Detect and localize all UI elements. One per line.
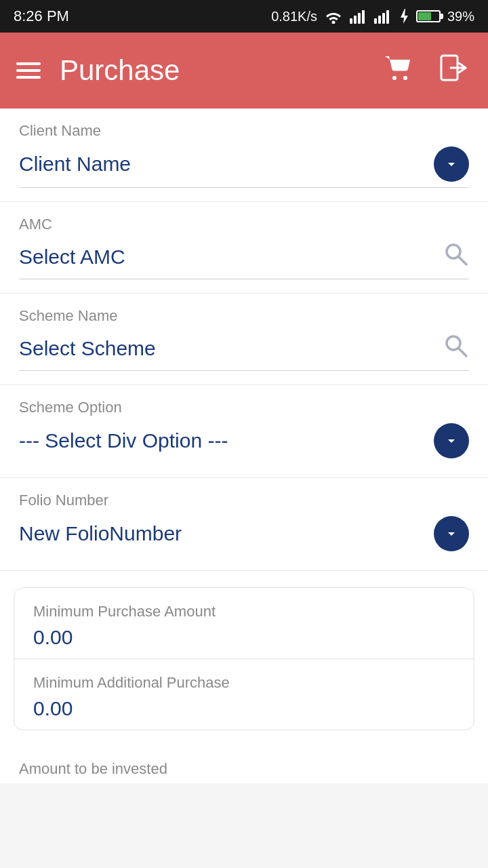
svg-rect-4 bbox=[374, 18, 377, 24]
svg-rect-2 bbox=[358, 13, 361, 24]
folio-number-dropdown[interactable] bbox=[434, 516, 469, 551]
wifi-icon bbox=[324, 9, 343, 24]
app-bar: Purchase bbox=[0, 33, 488, 108]
form-content: Client Name Client Name AMC Select AMC S… bbox=[0, 108, 488, 783]
cart-icon bbox=[384, 55, 412, 81]
min-purchase-row: Minimum Purchase Amount 0.00 bbox=[14, 588, 474, 658]
charging-icon bbox=[399, 9, 409, 24]
scheme-name-label: Scheme Name bbox=[19, 307, 469, 325]
svg-rect-1 bbox=[354, 16, 357, 24]
page-title: Purchase bbox=[60, 54, 180, 87]
cart-button[interactable] bbox=[380, 51, 416, 91]
scheme-name-row: Select Scheme bbox=[19, 332, 469, 371]
signal-icon bbox=[350, 9, 367, 24]
amc-value: Select AMC bbox=[19, 245, 125, 269]
logout-button[interactable] bbox=[435, 50, 472, 92]
svg-point-9 bbox=[403, 76, 407, 80]
min-additional-label: Minimum Additional Purchase bbox=[33, 674, 455, 692]
svg-rect-7 bbox=[386, 10, 389, 24]
svg-point-8 bbox=[392, 76, 396, 80]
amc-row: Select AMC bbox=[19, 240, 469, 279]
folio-number-value: New FolioNumber bbox=[19, 522, 182, 545]
amc-search-button[interactable] bbox=[442, 240, 469, 273]
status-right: 0.81K/s 39% bbox=[271, 9, 474, 24]
scheme-name-section: Scheme Name Select Scheme bbox=[0, 294, 488, 385]
client-name-section: Client Name Client Name bbox=[0, 108, 488, 202]
logout-icon bbox=[439, 54, 468, 82]
signal2-icon bbox=[374, 9, 392, 24]
svg-line-13 bbox=[459, 257, 466, 264]
info-card: Minimum Purchase Amount 0.00 Minimum Add… bbox=[14, 587, 474, 730]
svg-rect-0 bbox=[350, 18, 352, 24]
scheme-search-button[interactable] bbox=[442, 332, 469, 365]
svg-rect-3 bbox=[362, 10, 365, 24]
search-icon bbox=[442, 332, 469, 359]
client-name-label: Client Name bbox=[19, 122, 469, 140]
min-purchase-label: Minimum Purchase Amount bbox=[33, 603, 455, 620]
scheme-name-value: Select Scheme bbox=[19, 337, 156, 360]
app-bar-actions bbox=[380, 50, 472, 92]
chevron-down-icon bbox=[443, 156, 460, 172]
min-additional-row: Minimum Additional Purchase 0.00 bbox=[14, 658, 474, 730]
min-additional-value: 0.00 bbox=[33, 697, 455, 720]
status-bar: 8:26 PM 0.81K/s 39% bbox=[0, 0, 488, 33]
scheme-option-value: --- Select Div Option --- bbox=[19, 429, 228, 452]
min-purchase-value: 0.00 bbox=[33, 626, 455, 649]
client-name-dropdown[interactable] bbox=[434, 146, 469, 182]
search-icon bbox=[442, 240, 469, 267]
svg-line-15 bbox=[459, 349, 466, 356]
amc-section: AMC Select AMC bbox=[0, 202, 488, 294]
svg-rect-5 bbox=[378, 16, 381, 24]
client-name-row: Client Name bbox=[19, 146, 469, 188]
client-name-value: Client Name bbox=[19, 153, 131, 176]
folio-number-label: Folio Number bbox=[19, 492, 469, 509]
chevron-down-icon bbox=[443, 433, 460, 449]
scheme-option-label: Scheme Option bbox=[19, 399, 469, 416]
battery-icon bbox=[416, 10, 441, 22]
battery-percent: 39% bbox=[447, 9, 474, 24]
scheme-option-dropdown[interactable] bbox=[434, 423, 469, 458]
status-time: 8:26 PM bbox=[14, 7, 69, 25]
svg-rect-6 bbox=[382, 13, 385, 24]
amount-section: Amount to be invested bbox=[0, 747, 488, 783]
folio-number-row: New FolioNumber bbox=[19, 516, 469, 557]
scheme-option-row: --- Select Div Option --- bbox=[19, 423, 469, 464]
scheme-option-section: Scheme Option --- Select Div Option --- bbox=[0, 385, 488, 478]
amount-label: Amount to be invested bbox=[19, 760, 469, 778]
amc-label: AMC bbox=[19, 216, 469, 233]
chevron-down-icon bbox=[443, 526, 460, 542]
menu-button[interactable] bbox=[16, 62, 41, 79]
folio-number-section: Folio Number New FolioNumber bbox=[0, 478, 488, 571]
network-speed: 0.81K/s bbox=[271, 9, 317, 24]
